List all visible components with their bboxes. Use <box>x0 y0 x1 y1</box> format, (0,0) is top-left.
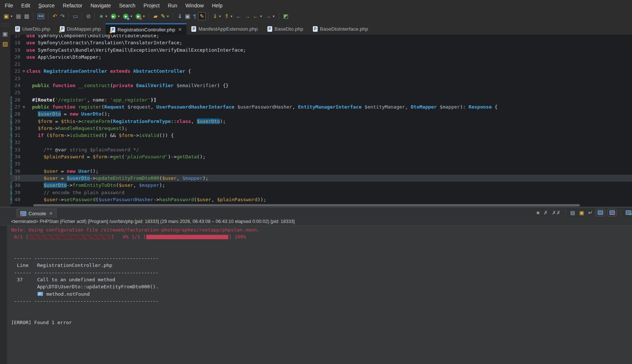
dropdown-arrow-icon[interactable]: ▼ <box>272 15 275 18</box>
code-text: // encode the plain password <box>26 189 632 196</box>
back-history-button[interactable]: ← <box>235 13 243 20</box>
dropdown-arrow-icon[interactable]: ▼ <box>130 15 133 18</box>
redo-icon: ↷ <box>60 13 65 19</box>
export-button[interactable]: ⇑▼ <box>223 13 234 20</box>
tab-decorator-icon <box>110 31 112 33</box>
forward-arrow-icon: → <box>245 13 250 19</box>
new-wizard-icon: ▣ <box>4 13 9 19</box>
dropdown-arrow-icon[interactable]: ▼ <box>166 15 169 18</box>
fold-spacer <box>21 139 26 146</box>
previous-annotation-button[interactable]: ▣ <box>184 13 191 20</box>
show-stderr-button[interactable] <box>608 209 617 216</box>
line-number: 26 <box>10 96 21 103</box>
php-explorer-icon[interactable]: ▨ <box>0 40 10 47</box>
occurrence-highlight: $userDto <box>44 182 67 188</box>
remove-x-icon: ✗ <box>544 210 548 216</box>
fold-spacer <box>21 75 26 82</box>
run-button[interactable]: ▶▼ <box>110 13 122 20</box>
dropdown-arrow-icon[interactable]: ▼ <box>230 15 233 18</box>
console-view: Console ✕ ■✗✗✗▤▣↵ <terminated> PHPStan (… <box>0 207 632 364</box>
id-card-icon <box>37 292 43 296</box>
main-toolbar: ▣▼▦▩010↶↷▭⊘∗▼▶▼▶▼▶▼▰✎▼⇓▣¶✎⇓▼⇑▼←→←▼→▼◩ <box>0 11 632 21</box>
mark-occurrences-button[interactable]: ✎ <box>198 12 206 20</box>
redo-button[interactable]: ↷ <box>59 13 66 20</box>
fold-spacer <box>21 182 26 189</box>
undo-button[interactable]: ↶ <box>51 13 58 20</box>
fold-collapse-icon[interactable]: ⊖ <box>21 103 26 110</box>
dropdown-arrow-icon[interactable]: ▼ <box>260 15 263 18</box>
dropdown-arrow-icon[interactable]: ▼ <box>218 15 221 18</box>
tab-label: ManifestAppExtension.php <box>198 26 258 32</box>
restore-view-icon[interactable]: ▣ <box>0 30 10 37</box>
code-line-33: 33 /** @var string $plainPassword */ <box>10 146 632 153</box>
line-number: 28 <box>10 110 21 117</box>
dropdown-arrow-icon[interactable]: ▼ <box>105 15 108 18</box>
line-number: 39 <box>10 189 21 196</box>
dropdown-arrow-icon[interactable]: ▼ <box>117 15 120 18</box>
line-number: 30 <box>10 125 21 132</box>
clear-console-button[interactable]: ▤ <box>570 209 576 216</box>
code-text <box>26 89 632 96</box>
run-tests-button[interactable]: ▶▼ <box>122 13 134 20</box>
horizontal-scrollbar[interactable] <box>33 204 580 206</box>
remove-all-launches-button[interactable]: ✗✗ <box>551 209 561 216</box>
back-button[interactable]: ←▼ <box>252 13 264 20</box>
skip-breakpoints-button[interactable]: ⊘ <box>85 13 92 20</box>
tab-dtomapper-php[interactable]: PDtoMapper.php <box>55 23 106 35</box>
new-wizard-button[interactable]: ▣▼ <box>3 13 14 20</box>
dropdown-arrow-icon[interactable]: ▼ <box>10 15 13 18</box>
save-all-button: ▩ <box>23 13 30 20</box>
line-number: 32 <box>10 139 21 146</box>
menu-source[interactable]: Source <box>34 1 59 10</box>
fold-spacer <box>21 35 26 39</box>
open-resource-button[interactable]: ▰ <box>152 13 159 20</box>
console-close-icon[interactable]: ✕ <box>49 211 53 216</box>
console-output[interactable]: Note: Using configuration file /siteweb/… <box>0 226 632 364</box>
code-line-36: 36 $user = new User(); <box>10 168 632 175</box>
code-editor[interactable]: 17use Symfony\Component\Routing\Attribut… <box>10 35 632 207</box>
code-text: $plainPassword = $form->get('plainPasswo… <box>26 153 632 160</box>
toolbar-separator <box>33 13 34 20</box>
console-line-8: App\DTO\UserDto::updateEntityFromDto000(… <box>11 283 632 290</box>
dropdown-arrow-icon[interactable]: ▼ <box>142 15 145 18</box>
tab-console[interactable]: Console ✕ <box>17 209 57 218</box>
menu-search[interactable]: Search <box>115 1 139 10</box>
menu-help[interactable]: Help <box>208 1 227 10</box>
tab-manifestappextension-php[interactable]: PManifestAppExtension.php <box>187 23 263 35</box>
forward-button[interactable]: →▼ <box>264 13 276 20</box>
code-line-29: 29 $form = $this->createForm(Registratio… <box>10 118 632 125</box>
open-console-dropdown-button[interactable] <box>625 210 632 216</box>
menu-navigate[interactable]: Navigate <box>86 1 115 10</box>
occurrence-highlight: $userDto <box>38 111 61 117</box>
profile-button[interactable]: ▶▼ <box>134 13 146 20</box>
menu-file[interactable]: File <box>1 1 17 10</box>
menu-window[interactable]: Window <box>181 1 208 10</box>
import-button[interactable]: ⇓▼ <box>212 13 223 20</box>
import-down-icon: ⇓ <box>213 13 218 19</box>
menu-project[interactable]: Project <box>140 1 164 10</box>
menu-run[interactable]: Run <box>164 1 181 10</box>
menu-refactor[interactable]: Refactor <box>59 1 86 10</box>
scroll-lock-button[interactable]: ▣ <box>578 209 585 216</box>
show-stdout-button[interactable] <box>596 209 605 216</box>
remove-launch-button[interactable]: ✗ <box>543 209 549 216</box>
next-annotation-button[interactable]: ⇓ <box>176 13 183 20</box>
line-number: 31 <box>10 132 21 139</box>
last-edit-location-button[interactable]: ◩ <box>282 13 290 20</box>
fold-collapse-icon[interactable]: ⊖ <box>21 68 26 75</box>
tab-basedto-php[interactable]: PBaseDto.php <box>263 23 308 35</box>
binary-file-button[interactable]: 010 <box>36 13 45 20</box>
tab-close-icon[interactable]: ✕ <box>178 27 182 32</box>
word-wrap-button[interactable]: ↵ <box>587 209 593 216</box>
show-whitespace-button[interactable]: ¶ <box>192 13 197 20</box>
tab-userdto-php[interactable]: PUserDto.php <box>10 23 55 35</box>
tab-basedtointerface-php[interactable]: PBaseDtoInterface.php <box>308 23 373 35</box>
tab-registrationcontroller-php[interactable]: PRegistrationController.php✕ <box>106 23 187 35</box>
forward-history-button[interactable]: → <box>243 13 251 20</box>
highlighter-button[interactable]: ✎▼ <box>160 13 171 20</box>
menu-edit[interactable]: Edit <box>17 1 34 10</box>
line-number: 36 <box>10 168 21 175</box>
terminal-view-button[interactable]: ▭ <box>72 13 79 20</box>
mark-occurrences-icon: ✎ <box>199 13 204 19</box>
debug-button[interactable]: ∗▼ <box>98 13 109 20</box>
